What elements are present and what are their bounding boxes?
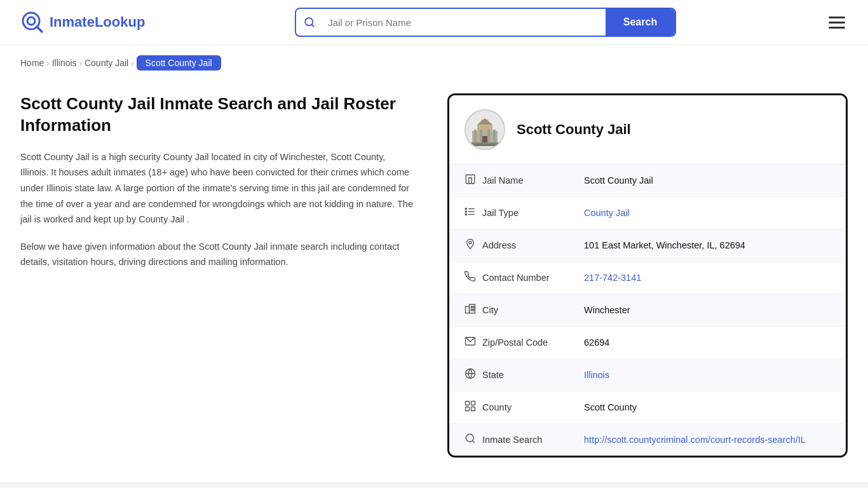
header: InmateLookup Search — [0, 0, 868, 45]
building-icon — [465, 173, 482, 187]
mail-icon — [465, 336, 482, 349]
card-header: Scott County Jail — [449, 95, 846, 165]
card-jail-name: Scott County Jail — [517, 121, 631, 138]
info-label: Contact Number — [482, 273, 584, 283]
svg-rect-36 — [466, 407, 470, 411]
county-icon — [465, 400, 482, 414]
breadcrumb-sep-1: › — [46, 58, 49, 68]
hamburger-line-3 — [829, 27, 845, 29]
svg-point-21 — [465, 211, 466, 212]
svg-rect-35 — [471, 402, 475, 405]
main-content: Scott County Jail Inmate Search and Jail… — [0, 81, 868, 483]
logo-text: InmateLookup — [50, 14, 145, 30]
logo-icon — [20, 10, 44, 34]
breadcrumb-sep-3: › — [131, 58, 133, 68]
footer — [0, 483, 868, 488]
svg-rect-30 — [473, 309, 475, 311]
info-value[interactable]: http://scott.countycriminal.com/court-re… — [584, 435, 831, 445]
info-value[interactable]: County Jail — [584, 208, 831, 218]
svg-marker-13 — [477, 118, 492, 125]
hamburger-line-2 — [829, 22, 845, 24]
page-description: Scott County Jail is a high security Cou… — [20, 149, 414, 227]
info-value: Scott County — [584, 402, 831, 412]
search-icon-container — [296, 17, 323, 28]
right-column: Scott County Jail Jail NameScott County … — [447, 93, 848, 458]
card-rows: Jail NameScott County JailJail TypeCount… — [449, 165, 846, 456]
info-card: Scott County Jail Jail NameScott County … — [447, 93, 848, 458]
info-row: StateIllinois — [449, 359, 846, 391]
svg-point-20 — [465, 208, 466, 209]
breadcrumb: Home › Illinois › County Jail › Scott Co… — [0, 45, 868, 81]
page-title: Scott County Jail Inmate Search and Jail… — [20, 93, 414, 137]
search-icon — [304, 17, 315, 28]
info-value-link[interactable]: 217-742-3141 — [584, 273, 641, 283]
svg-rect-27 — [471, 306, 473, 308]
info-value-link[interactable]: Illinois — [584, 370, 609, 380]
breadcrumb-active: Scott County Jail — [137, 55, 221, 71]
breadcrumb-home[interactable]: Home — [20, 58, 44, 68]
hamburger-line-1 — [829, 17, 845, 18]
info-row: Address101 East Market, Winchester, IL, … — [449, 229, 846, 262]
search-button[interactable]: Search — [606, 9, 675, 36]
city-icon — [465, 303, 482, 317]
svg-rect-37 — [471, 407, 475, 411]
list-icon — [465, 206, 482, 220]
breadcrumb-sep-2: › — [79, 58, 82, 68]
info-value: 101 East Market, Winchester, IL, 62694 — [584, 240, 831, 250]
info-row: CityWinchester — [449, 294, 846, 327]
svg-rect-28 — [473, 306, 475, 308]
info-row: Jail TypeCounty Jail — [449, 197, 846, 229]
info-row: Jail NameScott County Jail — [449, 165, 846, 197]
info-value: Scott County Jail — [584, 175, 831, 186]
info-value-link[interactable]: http://scott.countycriminal.com/court-re… — [584, 435, 806, 445]
info-label: State — [482, 370, 584, 380]
info-label: County — [482, 402, 584, 412]
svg-point-23 — [469, 241, 471, 244]
location-icon — [465, 238, 482, 252]
svg-line-4 — [312, 24, 314, 26]
info-value[interactable]: Illinois — [584, 370, 831, 380]
jail-building-icon — [468, 113, 501, 146]
svg-line-2 — [37, 27, 42, 32]
svg-rect-15 — [470, 144, 500, 146]
info-label: Inmate Search — [482, 435, 584, 445]
svg-rect-9 — [493, 130, 496, 144]
info-value[interactable]: 217-742-3141 — [584, 273, 831, 283]
breadcrumb-county-jail[interactable]: County Jail — [85, 58, 128, 68]
info-label: City — [482, 305, 584, 315]
search-wrapper: Search — [295, 8, 676, 37]
breadcrumb-illinois[interactable]: Illinois — [52, 58, 77, 68]
jail-avatar — [465, 109, 505, 150]
svg-rect-8 — [474, 130, 477, 144]
svg-line-39 — [472, 440, 474, 442]
page-sub-description: Below we have given information about th… — [20, 239, 414, 270]
hamburger-menu-button[interactable] — [826, 14, 848, 31]
search-area: Search — [295, 8, 676, 37]
search-icon — [465, 433, 482, 447]
svg-rect-34 — [466, 402, 470, 405]
left-column: Scott County Jail Inmate Search and Jail… — [20, 93, 427, 458]
info-row: CountyScott County — [449, 391, 846, 424]
info-label: Zip/Postal Code — [482, 337, 584, 348]
svg-point-38 — [466, 434, 473, 442]
svg-rect-16 — [466, 175, 475, 184]
info-row: Contact Number217-742-3141 — [449, 262, 846, 294]
svg-rect-29 — [471, 309, 473, 311]
globe-icon — [465, 368, 482, 382]
search-input[interactable] — [323, 11, 606, 34]
info-value-link[interactable]: County Jail — [584, 208, 630, 218]
info-value: Winchester — [584, 305, 831, 315]
svg-rect-11 — [487, 130, 490, 144]
svg-point-1 — [27, 17, 35, 25]
info-label: Address — [482, 240, 584, 250]
info-row: Inmate Searchhttp://scott.countycriminal… — [449, 424, 846, 456]
svg-rect-24 — [466, 306, 470, 313]
info-row: Zip/Postal Code62694 — [449, 327, 846, 359]
svg-rect-10 — [480, 130, 482, 144]
info-label: Jail Type — [482, 208, 584, 218]
phone-icon — [465, 271, 482, 285]
svg-rect-25 — [470, 304, 475, 313]
logo[interactable]: InmateLookup — [20, 10, 145, 34]
svg-point-22 — [465, 214, 466, 215]
info-value: 62694 — [584, 337, 831, 348]
